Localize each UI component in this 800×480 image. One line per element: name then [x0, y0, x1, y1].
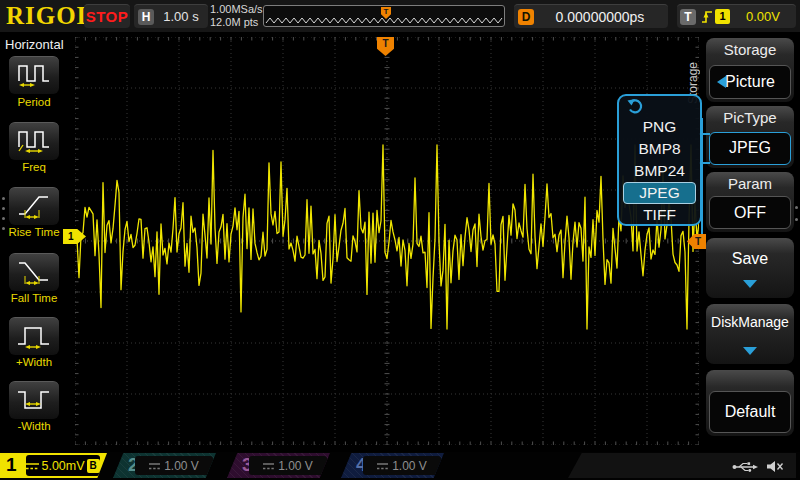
rising-edge-icon [701, 9, 713, 29]
rise-time-label: Rise Time [0, 226, 68, 238]
param-value-button[interactable]: OFF [709, 196, 791, 229]
channel3-status[interactable]: 3 1.00 V [227, 453, 330, 478]
left-menu-page-dot [2, 207, 5, 210]
system-status-block [568, 453, 796, 478]
fall-time-label: Fall Time [0, 292, 68, 304]
top-status-bar: RIGOL STOP H 1.00 s 1.00MSa/s 12.0M pts … [0, 0, 800, 32]
pictype-header: PicType [706, 106, 794, 130]
channel4-status[interactable]: 4 1.00 V [341, 453, 444, 478]
param-group[interactable]: Param OFF [706, 172, 794, 232]
right-menu-page-dot [795, 218, 798, 221]
pictype-value-button[interactable]: JPEG [709, 132, 791, 165]
measure-fall-time-button[interactable] [9, 253, 59, 291]
bandwidth-limit-badge: B [87, 459, 100, 473]
dc-coupling-icon [377, 457, 388, 475]
usb-icon [732, 459, 758, 477]
plus-width-icon [16, 320, 52, 354]
horizontal-timebase-box: H 1.00 s [134, 4, 208, 28]
memory-depth: 12.0M pts [210, 16, 263, 29]
oscilloscope-screen: RIGOL STOP H 1.00 s 1.00MSa/s 12.0M pts … [0, 0, 800, 480]
channel2-scale-box: 1.00 V [135, 456, 213, 475]
measure-rise-time-button[interactable] [9, 187, 59, 225]
picture-button[interactable]: Picture [709, 65, 791, 99]
channel4-scale: 1.00 V [392, 459, 427, 473]
storage-menu-title: Storage [706, 38, 794, 62]
sample-rate: 1.00MSa/s [210, 3, 263, 16]
delay-label: D [518, 9, 534, 25]
trigger-label: T [680, 9, 696, 25]
diskmanage-button[interactable]: DiskManage [706, 304, 794, 364]
dc-coupling-icon [26, 457, 39, 475]
delay-value: 0.00000000ps [536, 5, 664, 29]
left-menu-title: Horizontal [5, 37, 64, 52]
default-button[interactable]: Default [709, 391, 791, 433]
measure-period-button[interactable] [9, 56, 59, 94]
popup-item[interactable]: PNG [619, 116, 700, 138]
save-button[interactable]: Save [706, 238, 794, 298]
run-state-button[interactable]: STOP [84, 4, 130, 28]
rise-time-icon [16, 190, 52, 224]
pictype-group[interactable]: PicType JPEG [706, 106, 794, 168]
waveform-preview-bar[interactable]: T [263, 5, 505, 27]
left-menu-page-dot [2, 217, 5, 220]
acquisition-info: 1.00MSa/s 12.0M pts [210, 3, 263, 29]
param-value-label: OFF [734, 204, 766, 221]
waveform-display [75, 37, 699, 445]
channel-status-bar: 1 5.00mV B 2 1.00 V 3 1.00 V 4 [0, 452, 800, 480]
left-menu-page-dot [2, 197, 5, 200]
right-menu-page-dot [795, 206, 798, 209]
timebase-value: 1.00 s [156, 5, 206, 29]
speaker-muted-icon [766, 459, 784, 477]
channel1-status[interactable]: 1 5.00mV B [0, 453, 107, 478]
delay-box: D 0.00000000ps [514, 4, 668, 28]
popup-item[interactable]: JPEG [623, 182, 696, 204]
channel2-status[interactable]: 2 1.00 V [113, 453, 216, 478]
plus-width-label: +Width [0, 356, 68, 368]
freq-label: Freq [0, 161, 68, 173]
param-header: Param [706, 172, 794, 196]
down-arrow-icon [743, 280, 757, 288]
h-label: H [138, 9, 154, 25]
down-arrow-icon [743, 347, 757, 355]
popup-item[interactable]: BMP24 [619, 160, 700, 182]
channel3-scale: 1.00 V [278, 459, 313, 473]
default-button-label: Default [725, 403, 776, 420]
channel1-scale: 5.00mV [41, 459, 84, 473]
minus-width-label: -Width [0, 420, 68, 432]
measure-plus-width-button[interactable] [9, 317, 59, 355]
default-group[interactable]: Default [706, 370, 794, 436]
dc-coupling-icon [263, 457, 274, 475]
popup-item[interactable]: TIFF [619, 204, 700, 226]
dc-coupling-icon [149, 457, 160, 475]
measure-freq-button[interactable] [9, 122, 59, 160]
channel1-scale-box: 5.00mV B [26, 455, 100, 476]
fall-time-icon [16, 256, 52, 290]
left-arrow-icon [717, 76, 726, 88]
storage-picture-group[interactable]: Storage Picture [706, 38, 794, 102]
trigger-box: T 1 0.00V [677, 4, 796, 28]
left-menu-page-dot [2, 227, 5, 230]
period-label: Period [0, 96, 68, 108]
rigol-logo: RIGOL [6, 2, 94, 30]
channel1-number: 1 [6, 454, 17, 476]
freq-icon [16, 125, 52, 159]
measure-minus-width-button[interactable] [9, 381, 59, 419]
pictype-value-label: JPEG [729, 139, 771, 156]
trigger-source-chip: 1 [715, 9, 730, 24]
preview-waveform [266, 18, 502, 23]
picture-button-label: Picture [725, 73, 775, 90]
trigger-level-value: 0.00V [735, 5, 791, 29]
channel2-scale: 1.00 V [164, 459, 199, 473]
pictype-popup-menu: PNG BMP8 BMP24 JPEG TIFF [617, 94, 702, 226]
channel3-scale-box: 1.00 V [249, 456, 327, 475]
popup-item[interactable]: BMP8 [619, 138, 700, 160]
period-icon [16, 59, 52, 93]
channel4-scale-box: 1.00 V [363, 456, 441, 475]
save-button-label: Save [706, 250, 794, 268]
minus-width-icon [16, 384, 52, 418]
diskmanage-button-label: DiskManage [706, 314, 794, 330]
rotate-ccw-icon [619, 96, 700, 116]
